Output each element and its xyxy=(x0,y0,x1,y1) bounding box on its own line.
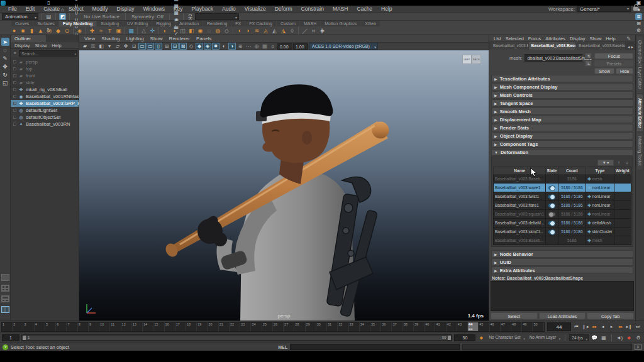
hide-button[interactable]: Hide xyxy=(616,68,633,74)
shelf-tab-rigging[interactable]: Rigging xyxy=(152,21,175,26)
poly-cube-icon[interactable]: ■ xyxy=(19,27,27,35)
safe-title-icon[interactable]: ⊠ xyxy=(179,43,187,50)
expand-plus-icon[interactable]: ✚ xyxy=(587,177,591,181)
exposure-icon[interactable]: ☼ xyxy=(269,43,277,50)
boolean-union-icon[interactable]: ◫ xyxy=(179,27,187,35)
go-to-end-button[interactable]: ⏭ xyxy=(634,323,642,331)
deformer-state-cell[interactable] xyxy=(546,192,558,201)
frame-3[interactable]: 3 xyxy=(23,322,34,331)
shelf-tab-mash[interactable]: MASH xyxy=(300,21,320,26)
section-object-display[interactable]: ▶Object Display xyxy=(491,132,633,140)
animation-preferences-icon[interactable]: ⚙ xyxy=(635,334,642,342)
frame-37[interactable]: 37 xyxy=(392,322,402,331)
menu-set-select[interactable]: Animation▾ xyxy=(2,13,38,20)
workspace-select[interactable]: General*▾ xyxy=(577,6,631,12)
expand-plus-icon[interactable]: ✚ xyxy=(587,229,591,234)
current-frame-field[interactable]: 44 xyxy=(547,322,571,331)
swap-node-down-button[interactable]: ↳ xyxy=(585,60,592,67)
menu-deform[interactable]: Deform xyxy=(270,6,297,12)
character-set-field[interactable]: ▾ xyxy=(195,13,239,20)
frame-25[interactable]: 25 xyxy=(262,322,273,331)
notes-textarea[interactable] xyxy=(491,281,634,311)
mel-label[interactable]: MEL xyxy=(278,345,287,349)
shelf-tab-surfaces[interactable]: Surfaces xyxy=(33,21,58,26)
frame-2[interactable]: 2 xyxy=(13,322,23,331)
frame-21[interactable]: 21 xyxy=(219,322,230,331)
outliner-item[interactable]: ✦Baseballbat_v003RN xyxy=(11,121,79,128)
viewport-menu-panels[interactable]: Panels xyxy=(194,36,214,41)
table-row[interactable]: Baseballbat_v003:flare15186 / 5186✚nonLi… xyxy=(494,201,631,210)
pin-icon[interactable]: ✎ xyxy=(625,36,633,41)
menu-display[interactable]: Display xyxy=(113,6,139,12)
comment-icon[interactable]: 💬 xyxy=(591,334,598,342)
deformer-state-cell[interactable] xyxy=(546,184,558,192)
play-backwards-button[interactable]: ◂ xyxy=(599,323,607,331)
frame-4[interactable]: 4 xyxy=(35,322,45,331)
move-deformer-up-icon[interactable]: ↑ xyxy=(616,160,622,166)
frame-22[interactable]: 22 xyxy=(230,322,240,331)
range-start-handle[interactable] xyxy=(23,336,26,340)
ae-tab[interactable]: Baseballbat_v003:BaseballbatShape xyxy=(529,42,576,50)
exposure-field[interactable]: 0.00 xyxy=(277,43,292,50)
set-key-icon[interactable]: ⬥ xyxy=(477,334,485,342)
shelf-tab-fx[interactable]: FX xyxy=(231,21,245,26)
frame-45[interactable]: 45 xyxy=(479,322,489,331)
ae-menu-display[interactable]: Display xyxy=(568,36,587,41)
subdiv-proxy-icon[interactable]: ◑ xyxy=(170,27,178,35)
frame-11[interactable]: 11 xyxy=(110,322,121,331)
outliner-item[interactable]: ▰side xyxy=(11,79,79,86)
script-editor-icon[interactable]: ≡ xyxy=(635,344,641,350)
snap-point-icon[interactable]: ∪ xyxy=(73,9,80,16)
section-mesh-controls[interactable]: ▶Mesh Controls xyxy=(491,91,633,99)
section-smooth-mesh[interactable]: ▶Smooth Mesh xyxy=(491,107,633,115)
state-toggle[interactable] xyxy=(548,195,555,199)
poly-text-icon[interactable]: T xyxy=(106,27,114,35)
character-set-select[interactable]: No Character Set▾ xyxy=(487,334,525,341)
tab-scroll-arrows[interactable]: ◂ ▸ xyxy=(626,45,635,50)
film-gate-icon[interactable]: ▭ xyxy=(138,43,146,50)
2d-pan-zoom-icon[interactable]: ✥ xyxy=(122,43,130,50)
frame-10[interactable]: 10 xyxy=(99,322,110,331)
menu-windows[interactable]: Windows xyxy=(138,6,169,12)
step-back-frame-button[interactable]: ❙◂ xyxy=(581,323,589,331)
wireframe-icon[interactable]: ◇ xyxy=(187,43,195,50)
bevel-icon[interactable]: ◇ xyxy=(223,27,231,35)
live-surface-label[interactable]: No Live Surface xyxy=(81,14,122,19)
frame-44[interactable]: 44 xyxy=(468,322,479,331)
outliner-item[interactable]: ✥Baseballbat_v003:GRP_Baseballbat_RIG xyxy=(11,100,79,107)
visibility-checkbox[interactable] xyxy=(13,74,16,77)
motion-blur-icon[interactable]: ≋ xyxy=(236,43,244,50)
sweep-mesh-icon[interactable]: ≈ xyxy=(97,27,105,35)
ae-menu-selected[interactable]: Selected xyxy=(504,36,526,41)
visibility-checkbox[interactable] xyxy=(13,60,16,63)
animation-start-field[interactable]: 1 xyxy=(2,334,19,341)
resolution-gate-icon[interactable]: ▭ xyxy=(147,43,154,50)
expand-plus-icon[interactable]: ✚ xyxy=(587,238,591,243)
render-sequence-icon[interactable]: ▦ xyxy=(173,9,180,16)
safe-action-icon[interactable]: ⊟ xyxy=(171,43,179,50)
frame-39[interactable]: 39 xyxy=(414,322,425,331)
expand-plus-icon[interactable]: ✚ xyxy=(587,203,591,207)
shelf-tab-sculpting[interactable]: Sculpting xyxy=(97,21,123,26)
menu-constrain[interactable]: Constrain xyxy=(297,6,328,12)
poly-cone-icon[interactable]: ▲ xyxy=(36,27,45,35)
character-model[interactable] xyxy=(79,51,489,321)
viewport-menu-renderer[interactable]: Renderer xyxy=(167,36,192,41)
visibility-checkbox[interactable] xyxy=(13,81,16,84)
frame-8[interactable]: 8 xyxy=(78,322,89,331)
frame-30[interactable]: 30 xyxy=(316,322,327,331)
state-toggle[interactable] xyxy=(548,186,555,190)
channel-box-toggle-icon[interactable]: ⚙ xyxy=(635,27,642,34)
frame-14[interactable]: 14 xyxy=(143,322,153,331)
outliner-item[interactable]: ✥mkali_rig_v08:Mkali xyxy=(11,86,79,93)
outliner-title[interactable]: Outliner xyxy=(11,35,46,42)
sidebar-tab-attribute-editor[interactable]: Attribute Editor xyxy=(637,94,643,132)
range-end-handle[interactable] xyxy=(448,336,451,340)
save-scene-icon[interactable]: ▤ xyxy=(45,13,52,20)
gate-mask-icon[interactable]: ▯ xyxy=(155,43,162,50)
presets-button[interactable]: Presets xyxy=(594,60,633,67)
paint-select-tool-icon[interactable]: ✎ xyxy=(1,54,9,62)
section-mesh-component-display[interactable]: ▶Mesh Component Display xyxy=(491,83,633,90)
state-toggle[interactable] xyxy=(548,230,555,234)
frame-50[interactable]: 50 xyxy=(533,322,543,331)
